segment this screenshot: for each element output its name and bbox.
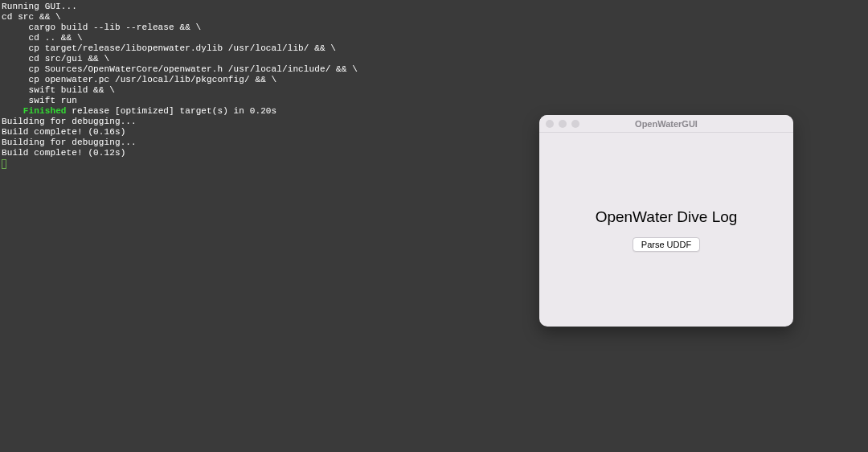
app-content: OpenWater Dive Log Parse UDDF (539, 133, 793, 327)
app-heading: OpenWater Dive Log (596, 208, 738, 226)
zoom-icon[interactable] (571, 120, 579, 128)
close-icon[interactable] (546, 120, 554, 128)
minimize-icon[interactable] (559, 120, 567, 128)
traffic-lights (539, 120, 579, 128)
parse-uddf-button[interactable]: Parse UDDF (633, 237, 700, 252)
window-titlebar[interactable]: OpenWaterGUI (539, 115, 793, 133)
app-window: OpenWaterGUI OpenWater Dive Log Parse UD… (539, 115, 793, 327)
